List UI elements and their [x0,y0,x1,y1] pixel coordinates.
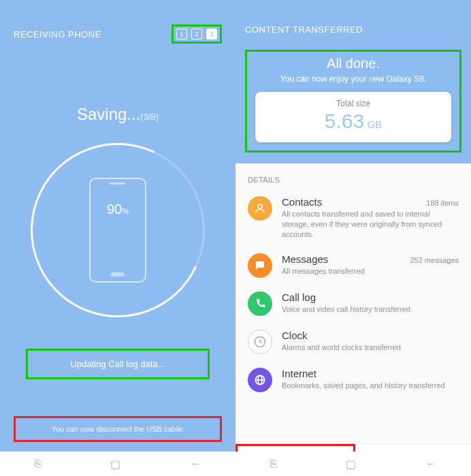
item-meta: 252 messages [410,256,459,264]
progress-ring: 90% [31,143,205,317]
android-navbar: ⎘ ▢ ← [0,451,236,476]
item-desc: Voice and video call history transferred [282,304,459,315]
done-subtitle: You can now enjoy your new Galaxy S8. [255,74,451,84]
item-title: Call log [282,291,316,303]
step-indicator: 1 2 3 [172,25,222,44]
detail-text: Contacts 188 items All contacts transfer… [282,196,459,240]
detail-item-calllog[interactable]: Call log Voice and video call history tr… [245,285,461,323]
item-desc: Alarms and world clocks transferred [282,343,459,353]
content-transferred-screen: CONTENT TRANSFERRED All done. You can no… [236,0,471,476]
item-title: Clock [282,330,308,341]
recent-apps-icon[interactable]: ⎘ [270,458,277,470]
done-title: All done. [255,56,451,72]
left-header: RECEIVING PHONE 1 2 3 [0,0,236,44]
messages-icon [248,253,272,278]
total-size-card: Total size 5.63 GB [255,92,451,142]
percent-unit: % [122,207,129,215]
detail-item-internet[interactable]: Internet Bookmarks, saved pages, and his… [245,361,461,399]
detail-text: Clock Alarms and world clocks transferre… [282,330,459,353]
size-value: 5.63 [325,110,364,132]
item-meta: 188 items [426,199,459,207]
size-label: Total size [255,99,451,108]
completion-banner: All done. You can now enjoy your new Gal… [245,50,461,153]
percent-value: 90 [107,202,122,217]
detail-text: Internet Bookmarks, saved pages, and his… [282,368,459,391]
home-icon[interactable]: ▢ [110,458,120,471]
item-title: Contacts [282,196,322,208]
detail-text: Messages 252 messages All messages trans… [282,253,459,276]
page-title: CONTENT TRANSFERRED [245,25,461,35]
details-heading: DETAILS [236,163,471,189]
clock-icon [248,330,272,354]
right-header: CONTENT TRANSFERRED All done. You can no… [236,0,471,163]
item-title: Messages [282,253,328,265]
saving-label: Saving... [77,105,140,123]
step-2: 2 [191,29,202,39]
item-desc: All contacts transferred and saved to in… [282,209,459,240]
android-navbar: ⎘ ▢ ← [236,451,471,476]
current-task-status: Updating Call log data... [26,349,210,379]
progress-percent: 90% [107,202,129,217]
item-desc: All messages transferred [282,266,459,276]
step-3: 3 [206,29,217,39]
svg-point-0 [258,204,262,208]
call-log-icon [248,291,272,316]
recent-apps-icon[interactable]: ⎘ [35,458,42,470]
contacts-icon [248,196,272,221]
item-desc: Bookmarks, saved pages, and history tran… [282,381,459,391]
disconnect-message: You can now disconnect the USB cable. [14,416,222,442]
transfer-details-list: Contacts 188 items All contacts transfer… [236,189,471,399]
item-title: Internet [282,368,316,379]
receiving-phone-screen: RECEIVING PHONE 1 2 3 Saving...(3/8) 90%… [0,0,236,476]
detail-item-contacts[interactable]: Contacts 188 items All contacts transfer… [245,189,461,247]
saving-count: (3/8) [140,112,159,122]
page-title: RECEIVING PHONE [14,29,101,39]
step-1: 1 [176,29,187,39]
internet-icon [248,368,272,392]
detail-item-messages[interactable]: Messages 252 messages All messages trans… [245,247,461,285]
back-icon[interactable]: ← [190,458,201,470]
back-icon[interactable]: ← [425,458,436,470]
detail-item-clock[interactable]: Clock Alarms and world clocks transferre… [245,323,461,361]
size-unit: GB [368,118,383,130]
phone-icon [89,178,146,283]
detail-text: Call log Voice and video call history tr… [282,291,459,315]
saving-status: Saving...(3/8) [0,105,236,124]
home-icon[interactable]: ▢ [346,458,356,471]
